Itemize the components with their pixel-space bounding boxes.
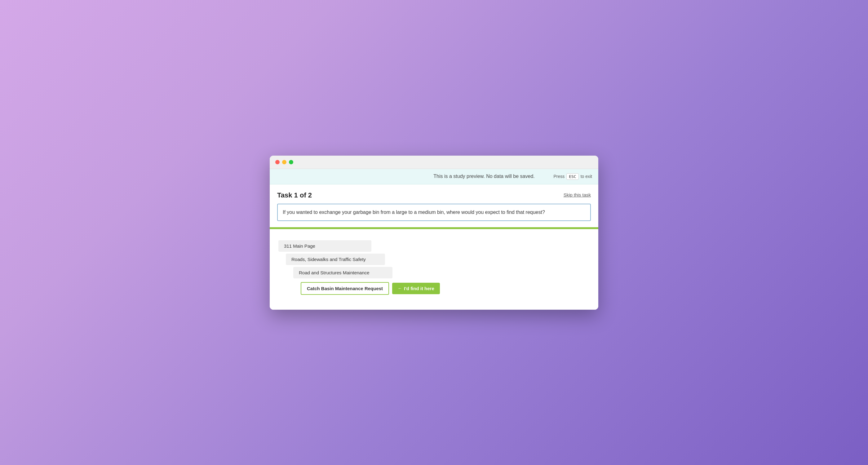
task-title: Task 1 of 2 xyxy=(277,191,312,199)
final-breadcrumb-item[interactable]: Catch Basin Maintenance Request xyxy=(301,282,389,295)
preview-message: This is a study preview. No data will be… xyxy=(415,174,554,179)
maximize-button-icon[interactable] xyxy=(289,160,293,164)
skip-task-link[interactable]: Skip this task xyxy=(564,192,591,197)
window-titlebar xyxy=(270,156,598,169)
minimize-button-icon[interactable] xyxy=(282,160,286,164)
esc-hint-prefix: Press xyxy=(553,174,564,179)
arrow-left-icon: ← xyxy=(398,286,402,291)
task-question-box: If you wanted to exchange your garbage b… xyxy=(277,204,591,221)
breadcrumb-item-2[interactable]: Road and Structures Maintenance xyxy=(293,267,393,278)
final-row: Catch Basin Maintenance Request ← I'd fi… xyxy=(301,282,590,295)
browser-window: This is a study preview. No data will be… xyxy=(270,156,598,310)
final-item-label: Catch Basin Maintenance Request xyxy=(307,286,383,291)
breadcrumb-trail: 311 Main Page Roads, Sidewalks and Traff… xyxy=(278,240,590,295)
esc-hint-suffix: to exit xyxy=(581,174,592,179)
esc-hint: Press ESC to exit xyxy=(553,173,592,180)
breadcrumb-label-0: 311 Main Page xyxy=(284,243,315,249)
breadcrumb-label-1: Roads, Sidewalks and Traffic Safety xyxy=(291,257,366,262)
close-button-icon[interactable] xyxy=(275,160,280,164)
content-area: 311 Main Page Roads, Sidewalks and Traff… xyxy=(270,229,598,310)
task-header: Task 1 of 2 Skip this task xyxy=(270,184,598,204)
breadcrumb-label-2: Road and Structures Maintenance xyxy=(299,270,370,275)
find-it-label: I'd find it here xyxy=(404,286,434,291)
task-question-text: If you wanted to exchange your garbage b… xyxy=(283,210,545,215)
preview-banner: This is a study preview. No data will be… xyxy=(270,169,598,184)
breadcrumb-item-1[interactable]: Roads, Sidewalks and Traffic Safety xyxy=(286,254,385,265)
find-it-button[interactable]: ← I'd find it here xyxy=(392,283,440,294)
esc-key-badge: ESC xyxy=(566,173,579,180)
breadcrumb-item-0[interactable]: 311 Main Page xyxy=(278,240,371,252)
